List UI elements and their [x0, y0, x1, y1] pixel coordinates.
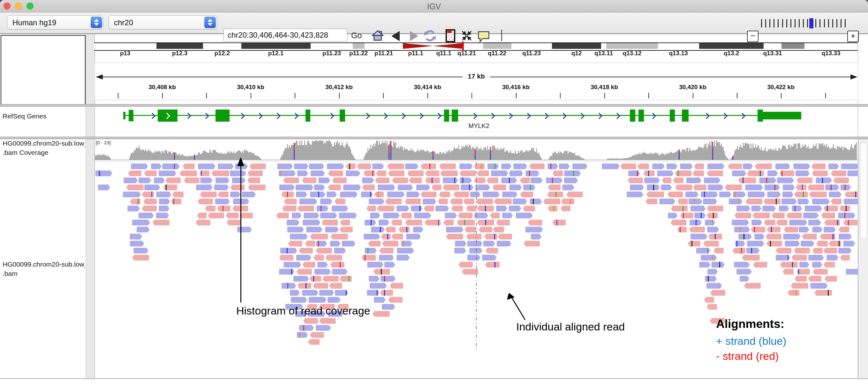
- aligned-read[interactable]: [398, 227, 410, 232]
- aligned-read[interactable]: [484, 234, 497, 239]
- aligned-read[interactable]: [291, 297, 307, 303]
- aligned-read[interactable]: [808, 220, 821, 226]
- aligned-read[interactable]: [707, 283, 722, 289]
- aligned-read[interactable]: [332, 269, 348, 274]
- forward-icon[interactable]: [410, 31, 418, 41]
- aligned-read[interactable]: [374, 191, 384, 197]
- gene-exon[interactable]: [682, 110, 689, 122]
- aligned-read[interactable]: [132, 255, 149, 261]
- aligned-read[interactable]: [657, 171, 674, 176]
- aligned-read[interactable]: [839, 234, 852, 239]
- aligned-read[interactable]: [811, 164, 826, 169]
- aligned-read[interactable]: [689, 227, 705, 232]
- aligned-read[interactable]: [162, 164, 179, 169]
- aligned-read[interactable]: [401, 241, 412, 246]
- aligned-read[interactable]: [802, 234, 817, 239]
- aligned-read[interactable]: [142, 206, 157, 211]
- aligned-read[interactable]: [318, 178, 330, 183]
- aligned-read[interactable]: [392, 178, 408, 183]
- aligned-read[interactable]: [707, 171, 723, 176]
- chromosome-select[interactable]: chr20: [108, 15, 217, 29]
- back-icon[interactable]: [392, 31, 400, 41]
- aligned-read[interactable]: [838, 213, 855, 218]
- aligned-read[interactable]: [296, 191, 307, 197]
- aligned-read[interactable]: [247, 178, 260, 183]
- aligned-read[interactable]: [401, 213, 411, 218]
- aligned-read[interactable]: [647, 184, 660, 190]
- aligned-read[interactable]: [314, 269, 331, 274]
- aligned-read[interactable]: [130, 241, 144, 246]
- aligned-read[interactable]: [705, 220, 715, 226]
- aligned-read[interactable]: [328, 171, 343, 176]
- aligned-read[interactable]: [798, 199, 809, 204]
- aligned-read[interactable]: [340, 227, 353, 232]
- aligned-read[interactable]: [317, 206, 329, 211]
- vertical-scrollbar[interactable]: [858, 139, 868, 378]
- aligned-read[interactable]: [787, 290, 799, 296]
- ideogram-band[interactable]: [658, 43, 699, 49]
- aligned-read[interactable]: [343, 184, 361, 190]
- aligned-read[interactable]: [290, 234, 308, 239]
- aligned-read[interactable]: [416, 184, 430, 190]
- aligned-read[interactable]: [156, 213, 169, 218]
- zoom-out-button[interactable]: −: [747, 31, 758, 42]
- aligned-read[interactable]: [298, 283, 311, 289]
- aligned-read[interactable]: [405, 199, 421, 204]
- aligned-read[interactable]: [474, 178, 485, 183]
- aligned-read[interactable]: [520, 178, 530, 183]
- aligned-read[interactable]: [435, 206, 449, 211]
- aligned-read[interactable]: [753, 262, 767, 268]
- aligned-read[interactable]: [791, 283, 808, 289]
- aligned-read[interactable]: [362, 178, 374, 183]
- aligned-read[interactable]: [387, 164, 404, 169]
- aligned-read[interactable]: [675, 171, 691, 176]
- aligned-read[interactable]: [491, 171, 508, 176]
- aligned-read[interactable]: [230, 171, 246, 176]
- aligned-read[interactable]: [283, 262, 301, 268]
- aligned-read[interactable]: [374, 297, 385, 303]
- aligned-read[interactable]: [398, 184, 413, 190]
- aligned-read[interactable]: [451, 206, 463, 211]
- refseq-track-label[interactable]: RefSeq Genes: [3, 112, 85, 120]
- aligned-read[interactable]: [461, 184, 473, 190]
- aligned-read[interactable]: [734, 262, 750, 268]
- ideogram-band[interactable]: [365, 43, 403, 49]
- aligned-read[interactable]: [740, 276, 749, 281]
- aligned-read[interactable]: [361, 191, 373, 197]
- aligned-read[interactable]: [668, 191, 683, 197]
- aligned-read[interactable]: [548, 164, 558, 169]
- aligned-read[interactable]: [783, 184, 795, 190]
- gene-exon[interactable]: [757, 110, 763, 122]
- gene-exon[interactable]: [215, 110, 229, 122]
- aligned-read[interactable]: [218, 191, 228, 197]
- aligned-read[interactable]: [317, 262, 328, 268]
- aligned-read[interactable]: [424, 206, 434, 211]
- aligned-read[interactable]: [123, 191, 141, 197]
- aligned-read[interactable]: [530, 199, 542, 204]
- aligned-read[interactable]: [367, 206, 376, 211]
- aligned-read[interactable]: [824, 262, 835, 268]
- aligned-read[interactable]: [528, 220, 542, 226]
- aligned-read[interactable]: [474, 164, 485, 169]
- ideogram-band[interactable]: [804, 43, 858, 49]
- aligned-read[interactable]: [171, 199, 181, 204]
- aligned-read[interactable]: [620, 164, 636, 169]
- aligned-read[interactable]: [795, 276, 807, 281]
- aligned-read[interactable]: [809, 191, 827, 197]
- ideogram-band[interactable]: [781, 43, 804, 49]
- ideogram-band[interactable]: [241, 43, 311, 49]
- aligned-read[interactable]: [824, 220, 840, 226]
- aligned-read[interactable]: [561, 206, 570, 211]
- aligned-read[interactable]: [279, 255, 294, 261]
- aligned-read[interactable]: [310, 332, 324, 338]
- aligned-read[interactable]: [735, 241, 745, 246]
- aligned-read[interactable]: [627, 191, 643, 197]
- aligned-read[interactable]: [734, 227, 750, 232]
- aligned-read[interactable]: [737, 269, 752, 274]
- aligned-read[interactable]: [382, 304, 395, 310]
- aligned-read[interactable]: [467, 241, 483, 246]
- aligned-read[interactable]: [196, 220, 210, 226]
- aligned-read[interactable]: [783, 234, 801, 239]
- aligned-read[interactable]: [738, 178, 756, 183]
- region-tool-icon[interactable]: [444, 29, 457, 42]
